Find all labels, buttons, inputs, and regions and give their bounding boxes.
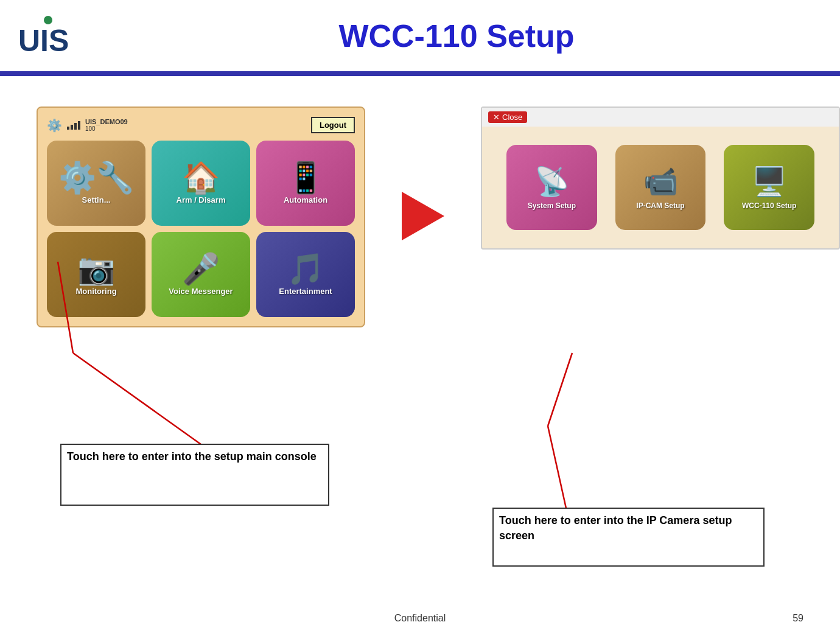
- wcc-setup-icon: 🖥️: [752, 165, 786, 198]
- confidential-label: Confidential: [394, 613, 446, 624]
- right-callout-text: Touch here to enter into the IP Camera s…: [499, 513, 761, 543]
- automation-icon: 📱: [287, 162, 324, 193]
- arm-label: Arm / Disarm: [177, 195, 226, 204]
- logo: UIS: [18, 16, 91, 56]
- system-setup-icon: 📡: [534, 165, 569, 198]
- status-text: UIS_DEMO09 100: [85, 118, 128, 132]
- settings-icon: ⚙️: [47, 118, 62, 133]
- svg-line-4: [548, 353, 572, 426]
- window-content: 📡 System Setup 📹 IP-CAM Setup 🖥️ WCC-110…: [482, 127, 839, 248]
- ipcam-setup-label: IP-CAM Setup: [636, 201, 684, 210]
- main-console: ⚙️ UIS_DEMO09 100 Logout: [37, 107, 365, 327]
- console-item-voice[interactable]: 🎤 Voice Messenger: [152, 232, 250, 317]
- page-title: WCC-110 Setup: [91, 18, 822, 54]
- right-panel: ✕ Close 📡 System Setup 📹 IP-CAM Setup 🖥️: [481, 107, 840, 250]
- signal-bar-3: [74, 123, 77, 130]
- page-number: 59: [793, 613, 803, 624]
- entertainment-icon: 🎵: [287, 254, 324, 284]
- console-item-monitoring[interactable]: 📷 Monitoring: [47, 232, 145, 317]
- console-item-arm[interactable]: 🏠 Arm / Disarm: [152, 141, 250, 226]
- signal-bars: [67, 121, 80, 130]
- system-setup-label: System Setup: [528, 201, 576, 210]
- automation-label: Automation: [284, 195, 327, 204]
- close-button[interactable]: ✕ Close: [488, 111, 527, 123]
- console-item-automation[interactable]: 📱 Automation: [256, 141, 355, 226]
- left-panel: ⚙️ UIS_DEMO09 100 Logout: [37, 107, 365, 327]
- arm-icon: 🏠: [182, 162, 220, 193]
- setup-window: ✕ Close 📡 System Setup 📹 IP-CAM Setup 🖥️: [481, 107, 840, 250]
- signal-bar-4: [78, 121, 80, 130]
- console-status: ⚙️ UIS_DEMO09 100: [47, 118, 128, 133]
- arrow-container: [402, 192, 444, 240]
- setup-item-ipcam[interactable]: 📹 IP-CAM Setup: [615, 145, 706, 230]
- right-arrow: [402, 192, 444, 240]
- logo-dot: [44, 16, 52, 24]
- entertainment-label: Entertainment: [279, 287, 332, 296]
- left-callout-text: Touch here to enter into the setup main …: [67, 449, 323, 464]
- console-header: ⚙️ UIS_DEMO09 100 Logout: [47, 117, 355, 133]
- signal-bar-2: [71, 125, 73, 130]
- wcc-setup-label: WCC-110 Setup: [742, 201, 796, 210]
- monitoring-icon: 📷: [77, 254, 115, 284]
- console-item-settings[interactable]: ⚙️🔧 Settin...: [47, 141, 145, 226]
- monitoring-label: Monitoring: [75, 287, 116, 296]
- header: UIS WCC-110 Setup: [0, 0, 840, 73]
- window-titlebar: ✕ Close: [482, 108, 839, 127]
- ipcam-setup-icon: 📹: [643, 165, 678, 198]
- settings-label: Settin...: [82, 195, 111, 204]
- console-grid: ⚙️🔧 Settin... 🏠 Arm / Disarm 📱 Automatio…: [47, 141, 355, 317]
- svg-rect-5: [493, 508, 764, 566]
- setup-item-wcc[interactable]: 🖥️ WCC-110 Setup: [724, 145, 814, 230]
- setup-item-system[interactable]: 📡 System Setup: [506, 145, 597, 230]
- svg-line-0: [73, 353, 201, 444]
- svg-rect-2: [61, 444, 329, 505]
- footer: Confidential 59: [0, 613, 840, 624]
- settings-icon: ⚙️🔧: [58, 162, 134, 193]
- voice-label: Voice Messenger: [169, 287, 233, 296]
- voice-icon: 🎤: [182, 254, 220, 284]
- logout-button[interactable]: Logout: [311, 117, 355, 133]
- signal-bar-1: [67, 127, 69, 130]
- logo-text: UIS: [18, 26, 69, 56]
- console-item-entertainment[interactable]: 🎵 Entertainment: [256, 232, 355, 317]
- svg-line-3: [548, 426, 566, 508]
- close-icon: ✕: [493, 113, 500, 122]
